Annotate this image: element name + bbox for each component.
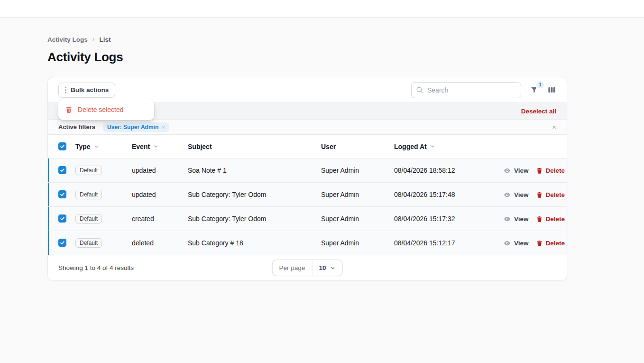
column-header-user: User bbox=[321, 143, 394, 150]
row-checkbox[interactable] bbox=[58, 166, 66, 174]
bulk-actions-button[interactable]: Bulk actions bbox=[58, 83, 115, 98]
user-cell: Super Admin bbox=[321, 239, 394, 247]
type-badge: Default bbox=[75, 190, 102, 199]
breadcrumb-activity-logs[interactable]: Activity Logs bbox=[47, 36, 88, 43]
user-cell: Super Admin bbox=[321, 191, 394, 198]
results-summary: Showing 1 to 4 of 4 results bbox=[58, 264, 134, 271]
topbar bbox=[0, 0, 644, 18]
search-icon bbox=[416, 86, 423, 94]
select-all-checkbox[interactable] bbox=[58, 142, 66, 150]
eye-icon bbox=[503, 191, 511, 199]
ellipsis-vertical-icon bbox=[65, 87, 66, 93]
sort-chevron-icon bbox=[430, 143, 436, 149]
row-checkbox[interactable] bbox=[58, 214, 66, 223]
breadcrumb-list[interactable]: List bbox=[99, 36, 110, 43]
per-page-control: Per page 10 bbox=[272, 260, 343, 276]
subject-cell: Sub Category: Tyler Odom bbox=[188, 215, 321, 223]
filter-button[interactable]: 1 bbox=[530, 85, 539, 94]
subject-cell: Sub Category # 18 bbox=[188, 239, 321, 247]
view-button[interactable]: View bbox=[503, 239, 529, 247]
view-button[interactable]: View bbox=[503, 167, 529, 175]
filter-chip-user: User: Super Admin × bbox=[103, 122, 169, 132]
view-button[interactable]: View bbox=[503, 191, 529, 199]
toggle-columns-button[interactable] bbox=[547, 85, 556, 94]
event-cell: updated bbox=[132, 167, 188, 174]
event-cell: created bbox=[132, 215, 188, 223]
page-title: Activity Logs bbox=[47, 50, 597, 65]
view-button[interactable]: View bbox=[503, 215, 529, 223]
sort-chevron-icon bbox=[153, 143, 159, 149]
per-page-label: Per page bbox=[273, 260, 313, 276]
user-cell: Super Admin bbox=[321, 167, 394, 174]
trash-icon bbox=[65, 106, 73, 113]
user-cell: Super Admin bbox=[321, 215, 394, 223]
search-input[interactable] bbox=[411, 82, 521, 98]
columns-icon bbox=[547, 85, 556, 94]
table-row: Default updated Soa Note # 1 Super Admin… bbox=[48, 158, 567, 182]
active-filters-label: Active filters bbox=[58, 123, 95, 130]
filter-chip-remove-icon[interactable]: × bbox=[162, 124, 165, 130]
delete-button[interactable]: Delete bbox=[536, 191, 565, 198]
type-badge: Default bbox=[75, 166, 102, 175]
delete-button[interactable]: Delete bbox=[536, 215, 565, 223]
column-header-subject: Subject bbox=[188, 143, 321, 150]
table-header: Type Event Subject User Logged At bbox=[48, 134, 567, 158]
delete-button[interactable]: Delete bbox=[536, 240, 565, 247]
column-header-event[interactable]: Event bbox=[132, 143, 188, 150]
column-header-type[interactable]: Type bbox=[75, 143, 132, 150]
row-checkbox[interactable] bbox=[58, 190, 66, 198]
breadcrumb-separator-icon: › bbox=[92, 35, 95, 43]
table-footer: Showing 1 to 4 of 4 results Per page 10 bbox=[48, 255, 567, 280]
event-cell: updated bbox=[132, 191, 188, 198]
filter-chip-label: User: Super Admin bbox=[107, 124, 158, 130]
logged-at-cell: 08/04/2026 15:17:32 bbox=[394, 215, 503, 223]
search-box bbox=[411, 82, 521, 98]
trash-icon bbox=[536, 215, 543, 223]
page-content: Activity Logs › List Activity Logs Bulk … bbox=[0, 18, 644, 281]
eye-icon bbox=[503, 167, 511, 175]
breadcrumb: Activity Logs › List bbox=[47, 36, 597, 43]
table-row: Default created Sub Category: Tyler Odom… bbox=[48, 206, 567, 231]
delete-button[interactable]: Delete bbox=[536, 167, 565, 174]
table-body: Default updated Soa Note # 1 Super Admin… bbox=[48, 158, 567, 255]
event-cell: deleted bbox=[132, 239, 188, 247]
column-header-logged-at[interactable]: Logged At bbox=[394, 143, 503, 150]
deselect-all-button[interactable]: Deselect all bbox=[521, 108, 556, 115]
subject-cell: Soa Note # 1 bbox=[188, 167, 321, 174]
eye-icon bbox=[503, 239, 511, 247]
subject-cell: Sub Category: Tyler Odom bbox=[188, 191, 321, 198]
logged-at-cell: 08/04/2026 15:12:17 bbox=[394, 239, 503, 247]
logged-at-cell: 08/04/2026 18:58:12 bbox=[394, 167, 503, 174]
logged-at-cell: 08/04/2026 15:17:48 bbox=[394, 191, 503, 198]
per-page-select[interactable]: 10 bbox=[312, 260, 342, 276]
delete-selected-item[interactable]: Delete selected bbox=[78, 106, 124, 113]
table-row: Default updated Sub Category: Tyler Odom… bbox=[48, 182, 567, 206]
row-checkbox[interactable] bbox=[58, 239, 66, 247]
sort-chevron-icon bbox=[93, 143, 100, 149]
chevron-down-icon bbox=[330, 265, 335, 271]
activity-logs-table-card: Bulk actions 1 bbox=[47, 77, 567, 281]
type-badge: Default bbox=[75, 214, 102, 223]
trash-icon bbox=[536, 191, 543, 198]
trash-icon bbox=[536, 240, 543, 247]
trash-icon bbox=[536, 167, 543, 174]
bulk-actions-label: Bulk actions bbox=[71, 86, 109, 93]
type-badge: Default bbox=[75, 238, 102, 248]
bulk-actions-dropdown: Delete selected bbox=[58, 99, 154, 120]
table-row: Default deleted Sub Category # 18 Super … bbox=[48, 231, 567, 255]
eye-icon bbox=[503, 215, 511, 223]
filter-count-badge: 1 bbox=[536, 81, 544, 88]
active-filters-row: Active filters User: Super Admin × × bbox=[48, 119, 567, 134]
clear-filters-icon[interactable]: × bbox=[552, 123, 556, 130]
